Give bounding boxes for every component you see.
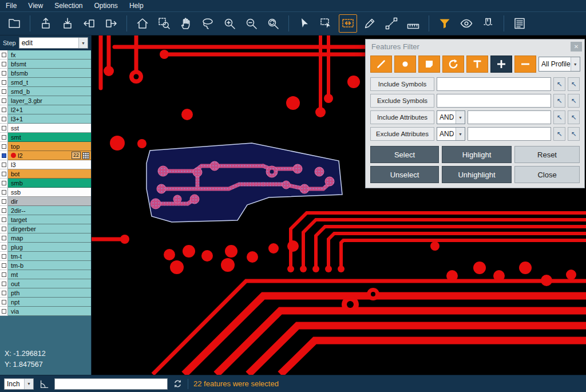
- select-button[interactable]: Select: [370, 146, 439, 163]
- layer-visibility-checkbox[interactable]: [0, 169, 8, 179]
- layer-label[interactable]: tm-t: [8, 252, 91, 261]
- pick-from-canvas-icon[interactable]: ↖: [553, 94, 565, 108]
- layer-visibility-checkbox[interactable]: [0, 270, 8, 279]
- menu-item-view[interactable]: View: [22, 0, 49, 11]
- layer-label[interactable]: smd_b: [8, 87, 91, 96]
- layer-label[interactable]: via: [8, 307, 91, 316]
- layer-visibility-checkbox[interactable]: [0, 307, 8, 316]
- layer-row-dirgerber[interactable]: dirgerber: [0, 224, 91, 233]
- layer-label[interactable]: target: [8, 215, 91, 224]
- unit-select[interactable]: Inch ▼: [4, 378, 34, 390]
- pointer-icon[interactable]: [295, 14, 314, 33]
- measure-distance-icon[interactable]: [382, 14, 401, 33]
- layer-visibility-checkbox[interactable]: [0, 206, 8, 215]
- layer-label[interactable]: l222: [8, 151, 91, 160]
- layer-visibility-checkbox[interactable]: [0, 215, 8, 224]
- close-button[interactable]: Close: [514, 166, 580, 183]
- remove-tool[interactable]: [514, 56, 536, 73]
- filter-row-label[interactable]: Exclude Attributes: [370, 127, 434, 141]
- menu-item-file[interactable]: File: [0, 0, 22, 11]
- layer-visibility-checkbox[interactable]: [0, 105, 8, 114]
- layer-row-l2[interactable]: l222: [0, 151, 91, 160]
- layer-visibility-checkbox[interactable]: [0, 160, 8, 169]
- layer-row-fx[interactable]: fx: [0, 50, 91, 60]
- layer-visibility-checkbox[interactable]: [0, 243, 8, 252]
- layer-label[interactable]: pth: [8, 288, 91, 298]
- layer-row-l2+1[interactable]: l2+1: [0, 105, 91, 114]
- pick-from-canvas-icon[interactable]: ↖: [553, 127, 565, 141]
- layer-row-2dir--[interactable]: 2dir--: [0, 206, 91, 215]
- layer-row-tm-b[interactable]: tm-b: [0, 261, 91, 270]
- menu-item-help[interactable]: Help: [124, 0, 149, 11]
- command-input[interactable]: [54, 378, 168, 390]
- layer-row-top[interactable]: top: [0, 142, 91, 151]
- mass-edit-icon[interactable]: [361, 14, 379, 33]
- layer-label[interactable]: top: [8, 142, 91, 151]
- select-window-icon[interactable]: [317, 14, 335, 33]
- zoom-reset-icon[interactable]: [264, 14, 282, 33]
- layer-visibility-checkbox[interactable]: [0, 279, 8, 288]
- export-up-icon[interactable]: [37, 14, 55, 33]
- layer-row-l3[interactable]: l3: [0, 160, 91, 169]
- layer-visibility-checkbox[interactable]: [0, 224, 8, 233]
- layer-row-sst[interactable]: sst: [0, 124, 91, 133]
- layer-label[interactable]: sst: [8, 124, 91, 133]
- layer-visibility-checkbox[interactable]: [0, 124, 8, 133]
- filter-row-input[interactable]: [468, 110, 551, 124]
- layer-row-l3+1[interactable]: l3+1: [0, 114, 91, 124]
- layer-row-target[interactable]: target: [0, 215, 91, 224]
- pick-add-icon[interactable]: ↖: [568, 77, 580, 91]
- layer-row-map[interactable]: map: [0, 233, 91, 243]
- filter-row-input[interactable]: [468, 127, 551, 141]
- filter-row-label[interactable]: Include Symbols: [370, 77, 434, 91]
- layer-visibility-checkbox[interactable]: [0, 87, 8, 96]
- layer-row-bfsmt[interactable]: bfsmt: [0, 60, 91, 69]
- layer-row-npt[interactable]: npt: [0, 298, 91, 307]
- pan-hand-icon[interactable]: [177, 14, 195, 33]
- layer-row-smd_t[interactable]: smd_t: [0, 78, 91, 87]
- layer-label[interactable]: fx: [8, 50, 91, 60]
- measure-corner-icon[interactable]: [39, 379, 49, 389]
- layer-visibility-checkbox[interactable]: [0, 261, 8, 270]
- layer-row-plug[interactable]: plug: [0, 243, 91, 252]
- layer-visibility-checkbox[interactable]: [0, 197, 8, 206]
- layer-visibility-checkbox[interactable]: [0, 298, 8, 307]
- zoom-window-icon[interactable]: [155, 14, 173, 33]
- operator-select[interactable]: AND▼: [437, 110, 465, 124]
- layer-row-tm-t[interactable]: tm-t: [0, 252, 91, 261]
- add-tool[interactable]: [490, 56, 512, 73]
- layer-label[interactable]: plug: [8, 243, 91, 252]
- layer-visibility-checkbox[interactable]: [0, 78, 8, 87]
- layer-label[interactable]: ssb: [8, 188, 91, 197]
- layer-visibility-checkbox[interactable]: [0, 114, 8, 124]
- layer-row-layer_3.gbr[interactable]: layer_3.gbr: [0, 96, 91, 105]
- arc-tool[interactable]: [442, 56, 464, 73]
- snap-icon[interactable]: [479, 14, 497, 33]
- operator-select[interactable]: AND▼: [437, 127, 465, 141]
- layer-label[interactable]: bot: [8, 169, 91, 179]
- layers-panel-icon[interactable]: [510, 14, 529, 33]
- profile-select[interactable]: All Profile▼: [539, 57, 580, 72]
- lasso-select-icon[interactable]: [199, 14, 217, 33]
- export-right-icon[interactable]: [102, 14, 120, 33]
- layer-visibility-checkbox[interactable]: [0, 288, 8, 298]
- pick-from-canvas-icon[interactable]: ↖: [553, 110, 565, 124]
- import-left-icon[interactable]: [80, 14, 98, 33]
- layer-visibility-checkbox[interactable]: [0, 133, 8, 142]
- layer-visibility-checkbox[interactable]: [0, 96, 8, 105]
- layer-label[interactable]: dirgerber: [8, 224, 91, 233]
- zoom-out-icon[interactable]: [242, 14, 260, 33]
- layer-row-smd_b[interactable]: smd_b: [0, 87, 91, 96]
- zoom-in-icon[interactable]: [220, 14, 239, 33]
- layer-label[interactable]: dir: [8, 197, 91, 206]
- layer-label[interactable]: smb: [8, 179, 91, 188]
- ruler-icon[interactable]: [404, 14, 422, 33]
- layer-visibility-checkbox[interactable]: [0, 188, 8, 197]
- import-down-icon[interactable]: [58, 14, 77, 33]
- features-filter-icon[interactable]: [435, 14, 454, 33]
- reset-button[interactable]: Reset: [514, 146, 580, 163]
- step-select[interactable]: edit ▼: [19, 37, 88, 49]
- layer-label[interactable]: l3: [8, 160, 91, 169]
- pick-add-icon[interactable]: ↖: [568, 127, 580, 141]
- layer-label[interactable]: layer_3.gbr: [8, 96, 91, 105]
